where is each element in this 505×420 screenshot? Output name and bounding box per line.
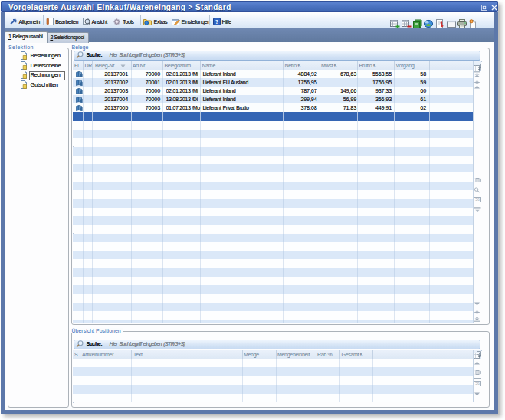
svg-text:?: ? [215, 18, 218, 25]
svg-text:56: 56 [475, 381, 480, 386]
svg-text:56: 56 [475, 197, 480, 202]
